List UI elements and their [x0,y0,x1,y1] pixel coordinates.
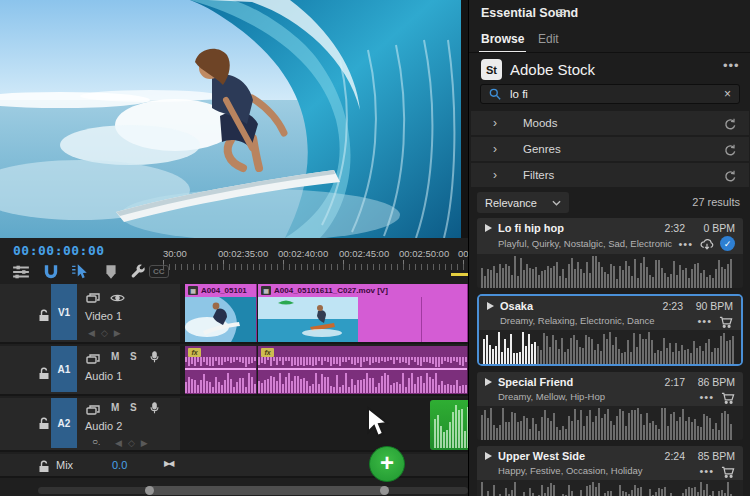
clip-thumbnail-kitesurfer [258,297,358,342]
audio-clip-2[interactable]: fx [258,346,468,394]
clip-thumbnail-surfer [185,297,257,342]
result-tags: Happy, Festive, Occasion, Holiday [498,465,695,476]
source-patch-icon[interactable] [86,290,101,302]
timeline-settings-icon[interactable] [12,264,30,280]
result-tags: Playful, Quirky, Nostalgic, Sad, Electro… [498,238,674,249]
audio-clip-1[interactable]: fx [185,346,257,394]
track-select-a1[interactable]: A1 [51,346,77,392]
facet-label: Genres [523,143,561,155]
facet-filters[interactable]: › Filters [471,163,749,187]
licensed-check-icon: ✓ [720,236,735,251]
results-count: 27 results [692,196,740,208]
search-input[interactable]: lo fi × [480,84,740,104]
chevron-right-icon: › [493,116,497,130]
keyframe-nav-v1[interactable]: ◀◇▶ [88,328,127,338]
sort-value: Relevance [485,197,552,209]
tab-browse[interactable]: Browse [481,32,524,46]
source-patch-icon[interactable] [86,351,101,363]
cloud-download-icon[interactable] [700,237,714,250]
track-header-a1: A1 M S Audio 1 [0,346,180,396]
more-options-icon[interactable]: ••• [723,58,740,73]
play-icon[interactable] [485,378,492,386]
play-icon[interactable] [485,224,492,232]
ruler-label: 30:00 [163,248,187,259]
clear-search-icon[interactable]: × [724,87,731,101]
result-title: Lo fi hip hop [498,222,659,234]
mute-button-a2[interactable]: M [111,402,119,413]
result-tags: Dreamy, Relaxing, Electronic, Dance [500,315,693,326]
result-bpm: 85 BPM [691,450,735,462]
audio-result-card[interactable]: Special Friend 2:17 86 BPM Dreamy, Mello… [477,372,743,440]
result-waveform [477,254,743,288]
marker-icon[interactable] [102,264,120,280]
search-value: lo fi [510,88,715,100]
time-ruler[interactable]: 30:0000:02:35:0000:02:40:0000:02:45:0000… [163,242,468,284]
track-name-a2[interactable]: Audio 2 [85,420,122,432]
video-clip-2[interactable]: ▦A004_05101611_C027.mov [V] [258,284,468,342]
more-options-icon[interactable]: ••• [699,391,714,403]
timeline-hscrollbar[interactable] [38,487,468,494]
solo-button-a1[interactable]: S [130,351,137,362]
track-select-v1[interactable]: V1 [51,284,77,340]
add-to-cart-icon[interactable] [721,464,735,477]
voiceover-mic-icon[interactable] [147,349,162,361]
facet-moods[interactable]: › Moods [471,111,749,135]
tab-edit[interactable]: Edit [538,32,559,46]
result-duration: 2:24 [665,450,685,462]
adobe-stock-logo: St [481,59,502,80]
result-title: Upper West Side [498,450,659,462]
fx-badge: fx [188,348,201,357]
result-header: Special Friend 2:17 86 BPM Dreamy, Mello… [477,372,743,406]
reset-icon[interactable] [724,143,737,156]
volume-rubber-band[interactable] [258,368,467,370]
track-name-v1[interactable]: Video 1 [85,310,122,322]
result-header: Upper West Side 2:24 85 BPM Happy, Festi… [477,446,743,480]
result-waveform [477,406,743,440]
toggle-track-output-eye-icon[interactable] [110,290,125,302]
audio-lane-a1: fx fx [180,346,468,396]
wrench-icon[interactable] [129,263,147,279]
audio-result-card[interactable]: Osaka 2:23 90 BPM Dreamy, Relaxing, Elec… [477,294,743,366]
play-icon[interactable] [487,302,494,310]
mute-button-a1[interactable]: M [111,351,119,362]
video-clip-1[interactable]: ▦A004_05101 [185,284,257,342]
track-select-a2[interactable]: A2 [51,398,77,448]
facet-genres[interactable]: › Genres [471,137,749,161]
snap-magnet-icon[interactable] [42,264,60,280]
mix-volume-value[interactable]: 0.0 [112,459,127,471]
audio-result-card[interactable]: Lo fi hip hop 2:32 0 BPM Playful, Quirky… [477,218,743,288]
reset-icon[interactable] [724,169,737,182]
more-options-icon[interactable]: ••• [697,315,712,327]
keyframe-nav-a2[interactable]: ◀◇▶ [115,438,154,448]
lock-icon[interactable] [38,416,50,429]
solo-button-a2[interactable]: S [130,402,137,413]
play-icon[interactable] [485,452,492,460]
volume-rubber-band[interactable] [185,368,256,370]
lock-icon[interactable] [38,308,50,321]
panel-menu-icon[interactable]: ≡ [557,4,565,20]
source-patch-icon[interactable] [86,402,101,414]
lock-icon[interactable] [38,459,50,472]
more-options-icon[interactable]: ••• [678,238,693,250]
lock-icon[interactable] [38,366,50,379]
zoom-handle-left[interactable] [145,486,154,495]
result-title: Osaka [500,300,657,312]
result-bpm: 86 BPM [691,376,735,388]
add-to-cart-icon[interactable] [719,314,733,327]
track-name-a1[interactable]: Audio 1 [85,370,122,382]
voiceover-mic-icon[interactable] [147,400,162,412]
more-options-icon[interactable]: ••• [699,465,714,477]
facet-label: Filters [523,169,554,181]
add-to-cart-icon[interactable] [721,390,735,403]
playhead-timecode[interactable]: 00:00:00:00 [13,243,105,258]
sort-dropdown[interactable]: Relevance [477,192,569,213]
audio-result-card[interactable]: Upper West Side 2:24 85 BPM Happy, Festi… [477,446,743,496]
reset-icon[interactable] [724,117,737,130]
clip-fx-icon: ▦ [188,286,198,295]
zoom-handle-right[interactable] [380,486,389,495]
collapse-track-icon[interactable]: ▶◀ [164,459,172,468]
add-keyframe-icon[interactable]: ○. [92,436,100,447]
hscrollbar-thumb[interactable] [146,486,388,495]
linked-selection-icon[interactable] [71,264,89,280]
chevron-right-icon: › [493,142,497,156]
